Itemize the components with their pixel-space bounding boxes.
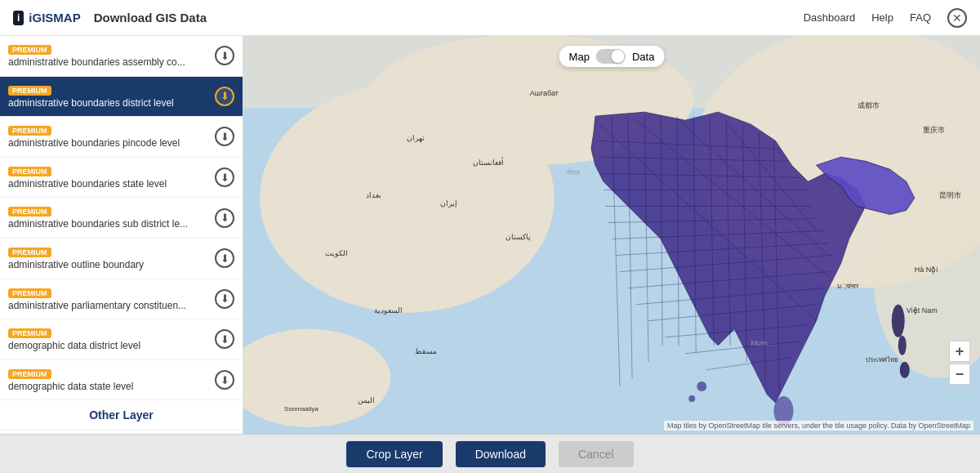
layer-item-subdistrict[interactable]: Premium administrative boundaries sub di… [0, 198, 243, 239]
layer-item-state[interactable]: Premium administrative boundaries state … [0, 158, 243, 199]
svg-text:ม्यांमार: ม्यांमार [837, 283, 859, 290]
layer-info: Premium demographic data district level [8, 326, 210, 353]
layer-item-demog-district[interactable]: Premium demographic data district level … [0, 319, 243, 360]
svg-text:پاکستان: پاکستان [506, 233, 531, 242]
logo: i iGISMAP [13, 11, 81, 25]
layer-info: Premium administrative boundaries pincod… [8, 123, 210, 150]
layer-info: Premium administrative parliamentary con… [8, 286, 210, 313]
layer-info: Premium administrative boundaries distri… [8, 83, 210, 110]
layer-name: administrative outline boundary [8, 259, 210, 272]
download-icon[interactable]: ⬇ [215, 248, 234, 268]
svg-text:Việt Nam: Việt Nam [906, 306, 938, 315]
download-icon[interactable]: ⬇ [215, 127, 234, 146]
bottom-bar: Crop Layer Download Cancel [0, 434, 980, 473]
layer-item-demog-state[interactable]: Premium demographic data state level ⬇ [0, 360, 243, 401]
toggle-knob [612, 50, 625, 63]
download-icon[interactable]: ⬇ [215, 208, 234, 228]
logo-text: iGISMAP [29, 11, 80, 25]
layer-name: administrative parliamentary constituen.… [8, 300, 210, 313]
map-data-toggle: Map Data [559, 46, 665, 67]
svg-point-41 [688, 395, 695, 402]
map-svg: Ашгабат تهران بغداد الكويت پاکستان أفغان… [243, 36, 980, 434]
svg-text:مسقط: مسقط [415, 347, 437, 355]
premium-badge: Premium [8, 45, 51, 55]
layer-item-outline[interactable]: Premium administrative outline boundary … [0, 239, 243, 279]
svg-text:नेपाल: नेपाल [566, 168, 581, 176]
premium-badge: Premium [8, 126, 51, 136]
layer-item-pincode[interactable]: Premium administrative boundaries pincod… [0, 117, 243, 158]
zoom-in-button[interactable]: + [949, 341, 970, 362]
header: i iGISMAP Download GIS Data Dashboard He… [0, 0, 980, 36]
other-layer-section: Other Layer [0, 400, 243, 431]
svg-point-37 [892, 305, 905, 337]
download-icon[interactable]: ⬇ [215, 289, 234, 309]
logo-icon: i [13, 11, 24, 25]
premium-badge: Premium [8, 167, 51, 176]
premium-badge: Premium [8, 328, 51, 338]
premium-badge: Premium [8, 207, 51, 216]
cancel-button: Cancel [559, 441, 634, 467]
download-icon-active[interactable]: ⬇ [215, 87, 234, 106]
svg-text:أفغانستان: أفغانستان [473, 157, 504, 167]
page-title: Download GIS Data [94, 11, 207, 25]
layer-item-assembly[interactable]: Premium administrative boundaries assemb… [0, 36, 243, 77]
layer-info: Premium administrative outline boundary [8, 245, 210, 272]
svg-text:Soomaaliya: Soomaaliya [284, 405, 318, 413]
layer-name: administrative boundaries assembly co... [8, 56, 210, 69]
close-button[interactable]: ✕ [947, 8, 967, 28]
layer-info: Premium administrative boundaries assemb… [8, 42, 210, 69]
download-icon[interactable]: ⬇ [215, 329, 234, 349]
svg-text:إيران: إيران [440, 199, 457, 208]
svg-text:الكويت: الكويت [325, 249, 348, 258]
layer-name: administrative boundaries state level [8, 178, 210, 191]
svg-point-40 [697, 382, 706, 391]
svg-text:成都市: 成都市 [858, 101, 880, 109]
toggle-switch[interactable] [596, 49, 626, 64]
svg-text:Ашгабат: Ашгабат [530, 89, 559, 97]
data-label: Data [632, 51, 654, 63]
layer-name: demographic data district level [8, 340, 210, 353]
layer-name: administrative boundaries district level [8, 97, 210, 110]
zoom-out-button[interactable]: − [949, 364, 970, 385]
layer-name: administrative boundaries pincode level [8, 137, 210, 150]
download-icon[interactable]: ⬇ [215, 370, 234, 390]
layer-info: Premium administrative boundaries state … [8, 164, 210, 191]
svg-text:السعودية: السعودية [374, 306, 403, 315]
nav-faq[interactable]: FAQ [910, 11, 931, 24]
layer-item-district[interactable]: Premium administrative boundaries distri… [0, 77, 243, 118]
svg-text:ประเทศไทย: ประเทศไทย [866, 356, 898, 364]
svg-text:昆明市: 昆明市 [939, 191, 961, 199]
header-nav: Dashboard Help FAQ ✕ [804, 8, 967, 28]
layer-info: Premium demographic data state level [8, 367, 210, 394]
download-icon[interactable]: ⬇ [215, 46, 234, 65]
layer-name: demographic data state level [8, 381, 210, 394]
svg-point-38 [898, 336, 906, 355]
download-icon[interactable]: ⬇ [215, 167, 234, 187]
zoom-controls: + − [949, 341, 970, 385]
crop-layer-button[interactable]: Crop Layer [346, 441, 442, 467]
download-button[interactable]: Download [456, 441, 546, 467]
svg-text:بغداد: بغداد [366, 191, 381, 199]
premium-badge: Premium [8, 86, 51, 96]
nav-help[interactable]: Help [871, 11, 893, 24]
layer-item-accommodations[interactable]: accommodations polygon ⬇ [0, 431, 243, 434]
main-content: Premium administrative boundaries assemb… [0, 36, 980, 434]
nav-dashboard[interactable]: Dashboard [804, 11, 856, 24]
map-area: Map Data [243, 36, 980, 434]
premium-badge: Premium [8, 369, 51, 379]
premium-badge: Premium [8, 288, 51, 298]
map-attribution: Map tiles by OpenStreetMap tile servers,… [664, 421, 973, 431]
svg-text:Hà Nội: Hà Nội [915, 266, 938, 274]
svg-text:اليمن: اليمن [358, 396, 375, 405]
map-label: Map [569, 51, 590, 63]
premium-badge: Premium [8, 248, 51, 257]
svg-text:Mum...: Mum... [751, 339, 773, 347]
layer-name: administrative boundaries sub district l… [8, 218, 210, 231]
svg-text:تهران: تهران [407, 134, 425, 143]
svg-point-39 [900, 362, 910, 378]
layer-item-parliamentary[interactable]: Premium administrative parliamentary con… [0, 279, 243, 320]
layer-info: Premium administrative boundaries sub di… [8, 204, 210, 231]
svg-text:重庆市: 重庆市 [923, 126, 945, 134]
sidebar: Premium administrative boundaries assemb… [0, 36, 243, 434]
